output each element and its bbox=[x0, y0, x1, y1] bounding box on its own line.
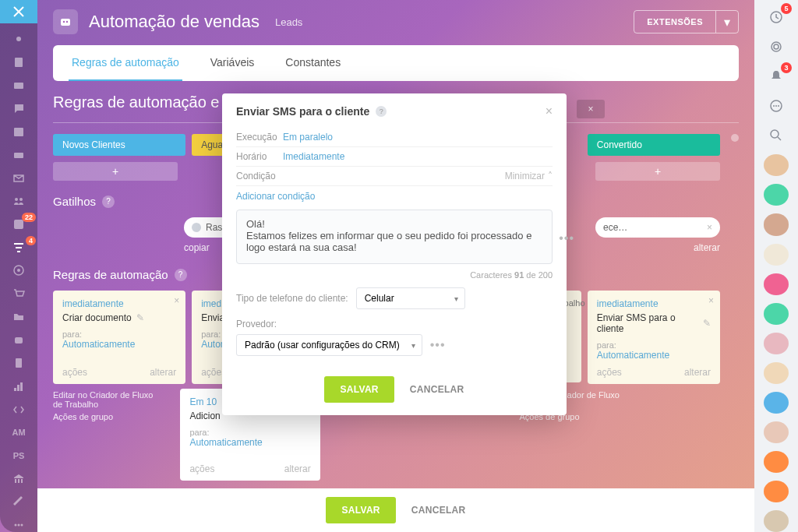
payment-icon[interactable] bbox=[9, 148, 28, 162]
modal-title: Enviar SMS para o cliente bbox=[236, 105, 369, 118]
extensions-button[interactable]: EXTENSÕES bbox=[634, 17, 715, 26]
remove-trigger-icon[interactable]: × bbox=[707, 222, 712, 233]
char-counter: Caracteres 91 de 200 bbox=[236, 270, 553, 280]
activity-icon[interactable] bbox=[9, 33, 28, 47]
rule-card-create-doc[interactable]: × imediatamente Criar documento✎ para: A… bbox=[53, 291, 185, 384]
more-options-icon[interactable]: ••• bbox=[559, 231, 574, 245]
svg-point-6 bbox=[19, 198, 23, 201]
more-icon[interactable] bbox=[9, 518, 28, 532]
cart-icon[interactable] bbox=[9, 287, 28, 301]
people-icon[interactable] bbox=[9, 194, 28, 208]
svg-rect-3 bbox=[14, 128, 23, 136]
avatar-4[interactable] bbox=[764, 333, 789, 354]
modal-cancel-button[interactable]: CANCELAR bbox=[410, 384, 464, 395]
cond-label: Condição bbox=[236, 171, 283, 181]
sms-message-input[interactable] bbox=[236, 210, 553, 264]
ps-text-icon[interactable]: PS bbox=[9, 449, 28, 463]
avatar-6[interactable] bbox=[764, 421, 789, 443]
bars-icon[interactable] bbox=[9, 379, 28, 393]
phone-type-select[interactable]: Celular bbox=[356, 287, 465, 309]
right-rail: 5 3 bbox=[754, 0, 798, 532]
avatar-5[interactable] bbox=[764, 362, 789, 384]
avatar-group[interactable] bbox=[764, 392, 789, 414]
time-value[interactable]: Imediatamente bbox=[283, 151, 344, 162]
clock-icon[interactable]: 5 bbox=[764, 6, 789, 28]
filter-icon[interactable]: 4 bbox=[9, 241, 28, 255]
card-icon[interactable] bbox=[9, 79, 28, 93]
page-cancel-button[interactable]: CANCELAR bbox=[411, 505, 466, 516]
avatar-user-1[interactable] bbox=[764, 451, 789, 473]
bell-icon[interactable]: 3 bbox=[764, 65, 789, 87]
avatar-7[interactable] bbox=[764, 510, 789, 532]
am-text-icon[interactable]: AM bbox=[9, 425, 28, 439]
spiral-icon[interactable] bbox=[764, 36, 789, 58]
add-button-1[interactable]: + bbox=[53, 162, 178, 181]
svg-rect-2 bbox=[14, 83, 23, 89]
help-icon-2[interactable]: ? bbox=[175, 269, 187, 281]
document-icon[interactable] bbox=[9, 55, 28, 69]
tab-variables[interactable]: Variáveis bbox=[207, 45, 258, 81]
add-button-5[interactable]: + bbox=[595, 162, 720, 181]
chat-bubble-icon[interactable] bbox=[764, 95, 789, 117]
alter-link[interactable]: alterar bbox=[150, 367, 176, 378]
alter-link[interactable]: alterar bbox=[694, 242, 720, 253]
brush-icon[interactable] bbox=[9, 495, 28, 509]
code-icon[interactable] bbox=[9, 403, 28, 417]
extensions-dropdown-toggle[interactable]: ▾ bbox=[715, 11, 738, 33]
page-subtitle: Leads bbox=[275, 16, 302, 28]
search-icon[interactable] bbox=[764, 125, 789, 146]
clipboard-icon[interactable] bbox=[9, 356, 28, 370]
time-label: Horário bbox=[236, 151, 283, 162]
close-icon[interactable]: × bbox=[174, 295, 179, 306]
minimize-toggle[interactable]: Minimizar ˄ bbox=[505, 171, 553, 181]
avatar-user-2[interactable] bbox=[764, 481, 789, 502]
provider-select[interactable]: Padrão (usar configurações do CRM) bbox=[236, 334, 422, 356]
rule-card-send-sms[interactable]: × imediatamente Enviar SMS para o client… bbox=[588, 291, 720, 384]
rule-responsible[interactable]: Automaticamente bbox=[62, 339, 176, 350]
avatar-1[interactable] bbox=[764, 154, 789, 176]
avatar-3[interactable] bbox=[764, 244, 789, 266]
close-icon[interactable]: × bbox=[708, 295, 714, 306]
provider-more-icon[interactable]: ••• bbox=[430, 338, 446, 352]
bank-icon[interactable] bbox=[9, 472, 28, 486]
edit-icon[interactable]: ✎ bbox=[136, 312, 144, 323]
exec-value[interactable]: Em paralelo bbox=[283, 132, 333, 143]
add-condition-link[interactable]: Adicionar condição bbox=[236, 186, 315, 210]
edit-icon[interactable]: ✎ bbox=[703, 318, 711, 329]
avatar-lock-1[interactable] bbox=[764, 184, 789, 206]
actions-link[interactable]: ações bbox=[62, 367, 87, 378]
robot-icon[interactable] bbox=[9, 333, 28, 347]
calendar-icon[interactable] bbox=[9, 125, 28, 139]
help-icon[interactable]: ? bbox=[376, 106, 387, 117]
copy-link[interactable]: copiar bbox=[184, 242, 210, 253]
bottom-action-bar: SALVAR CANCELAR bbox=[37, 488, 754, 532]
panel-close-pill[interactable]: × bbox=[577, 100, 605, 118]
avatar-2[interactable] bbox=[764, 213, 789, 235]
rule-timing[interactable]: imediatamente bbox=[597, 298, 711, 309]
mail-icon[interactable] bbox=[9, 171, 28, 185]
chat-icon[interactable] bbox=[9, 102, 28, 116]
check-square-icon[interactable]: 22 bbox=[9, 217, 28, 231]
tab-automation-rules[interactable]: Regras de automação bbox=[69, 45, 182, 81]
stage-novos-clientes[interactable]: Novos Clientes bbox=[53, 134, 185, 156]
modal-save-button[interactable]: SALVAR bbox=[324, 376, 394, 403]
tab-constants[interactable]: Constantes bbox=[282, 45, 344, 81]
svg-point-23 bbox=[775, 105, 777, 107]
stage-convertido[interactable]: Convertido bbox=[588, 134, 720, 156]
svg-point-16 bbox=[18, 524, 20, 527]
avatar-lock-2[interactable] bbox=[764, 303, 789, 325]
folder-icon[interactable] bbox=[9, 310, 28, 324]
svg-point-0 bbox=[16, 37, 21, 41]
stage-overflow-dot[interactable] bbox=[731, 134, 739, 142]
avatar-badge[interactable] bbox=[764, 273, 789, 295]
tabs-bar: Regras de automação Variáveis Constantes bbox=[53, 45, 739, 81]
trigger-pill-ece[interactable]: ece…× bbox=[595, 217, 720, 238]
close-panel-button[interactable] bbox=[0, 0, 37, 23]
target-icon[interactable] bbox=[9, 264, 28, 278]
rule-timing[interactable]: imediatamente bbox=[62, 298, 176, 309]
page-save-button[interactable]: SALVAR bbox=[326, 497, 395, 523]
modal-close-icon[interactable]: × bbox=[546, 104, 553, 118]
rail-badge-5: 5 bbox=[781, 3, 792, 14]
svg-rect-14 bbox=[20, 382, 23, 391]
help-icon[interactable]: ? bbox=[102, 196, 115, 208]
